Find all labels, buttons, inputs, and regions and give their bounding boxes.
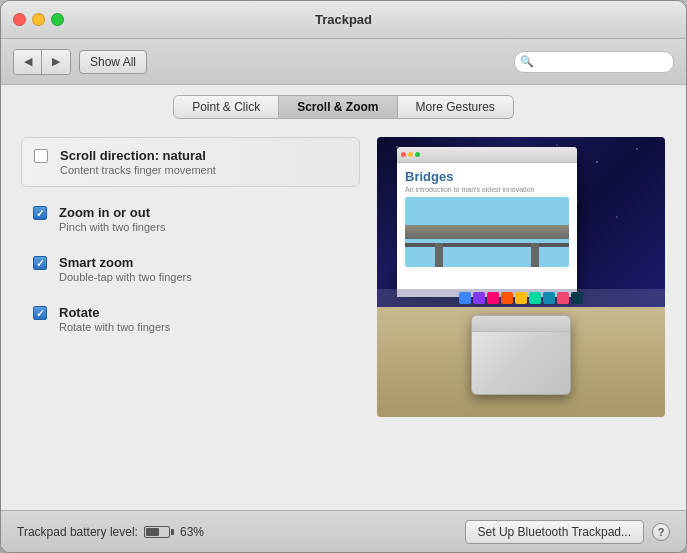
checkbox-rotate-box[interactable] bbox=[33, 306, 47, 320]
option-rotate-title: Rotate bbox=[59, 305, 170, 320]
search-input[interactable] bbox=[514, 51, 674, 73]
option-scroll-direction: Scroll direction: natural Content tracks… bbox=[21, 137, 360, 187]
preview-desktop: Bridges An introduction to man's oldest … bbox=[377, 137, 665, 307]
tab-more-gestures[interactable]: More Gestures bbox=[398, 95, 514, 119]
option-zoom-text: Zoom in or out Pinch with two fingers bbox=[59, 205, 165, 233]
option-scroll-direction-title: Scroll direction: natural bbox=[60, 148, 216, 163]
titlebar: Trackpad bbox=[1, 1, 686, 39]
search-icon: 🔍 bbox=[520, 55, 534, 68]
browser-max-dot bbox=[415, 152, 420, 157]
dock-icon-1 bbox=[459, 292, 471, 304]
dock-icon-8 bbox=[557, 292, 569, 304]
checkbox-zoom-box[interactable] bbox=[33, 206, 47, 220]
bridge-support-right bbox=[531, 243, 539, 267]
window-title: Trackpad bbox=[315, 12, 372, 27]
toolbar: ◀ ▶ Show All 🔍 bbox=[1, 39, 686, 85]
minimize-button[interactable] bbox=[32, 13, 45, 26]
option-rotate-desc: Rotate with two fingers bbox=[59, 321, 170, 333]
tab-scroll-zoom[interactable]: Scroll & Zoom bbox=[279, 95, 397, 119]
battery-body bbox=[144, 526, 170, 538]
checkbox-rotate-container[interactable] bbox=[33, 306, 49, 322]
battery-percent: 63% bbox=[180, 525, 204, 539]
dock-icon-2 bbox=[473, 292, 485, 304]
browser-content: Bridges An introduction to man's oldest … bbox=[397, 163, 577, 297]
checkbox-smart-zoom-box[interactable] bbox=[33, 256, 47, 270]
checkbox-scroll-direction-box[interactable] bbox=[34, 149, 48, 163]
window: Trackpad ◀ ▶ Show All 🔍 Point & Click Sc… bbox=[0, 0, 687, 553]
option-rotate: Rotate Rotate with two fingers bbox=[21, 295, 360, 343]
close-button[interactable] bbox=[13, 13, 26, 26]
options-panel: Scroll direction: natural Content tracks… bbox=[21, 137, 360, 500]
option-scroll-direction-desc: Content tracks finger movement bbox=[60, 164, 216, 176]
option-scroll-direction-text: Scroll direction: natural Content tracks… bbox=[60, 148, 216, 176]
dock-icon-7 bbox=[543, 292, 555, 304]
option-smart-zoom-title: Smart zoom bbox=[59, 255, 192, 270]
browser-page-title: Bridges bbox=[405, 169, 569, 184]
browser-page-subtitle: An introduction to man's oldest innovati… bbox=[405, 186, 569, 193]
checkbox-smart-zoom-container[interactable] bbox=[33, 256, 49, 272]
option-zoom-desc: Pinch with two fingers bbox=[59, 221, 165, 233]
preview-panel: Bridges An introduction to man's oldest … bbox=[376, 137, 666, 500]
preview-table bbox=[377, 307, 665, 417]
nav-buttons: ◀ ▶ bbox=[13, 49, 71, 75]
dock-icon-6 bbox=[529, 292, 541, 304]
main-content: Scroll direction: natural Content tracks… bbox=[1, 127, 686, 510]
back-button[interactable]: ◀ bbox=[14, 50, 42, 74]
preview-image: Bridges An introduction to man's oldest … bbox=[377, 137, 665, 417]
battery-fill bbox=[146, 528, 159, 536]
dock-icon-3 bbox=[487, 292, 499, 304]
browser-chrome bbox=[397, 147, 577, 163]
setup-bluetooth-button[interactable]: Set Up Bluetooth Trackpad... bbox=[465, 520, 644, 544]
option-rotate-text: Rotate Rotate with two fingers bbox=[59, 305, 170, 333]
search-box: 🔍 bbox=[514, 51, 674, 73]
traffic-lights bbox=[13, 13, 64, 26]
show-all-button[interactable]: Show All bbox=[79, 50, 147, 74]
bridge-support-left bbox=[435, 243, 443, 267]
browser-min-dot bbox=[408, 152, 413, 157]
trackpad-device-mockup bbox=[471, 315, 571, 395]
battery-tip bbox=[171, 529, 174, 535]
tab-bar: Point & Click Scroll & Zoom More Gesture… bbox=[1, 85, 686, 127]
option-smart-zoom-desc: Double-tap with two fingers bbox=[59, 271, 192, 283]
battery-label: Trackpad battery level: bbox=[17, 525, 138, 539]
help-button[interactable]: ? bbox=[652, 523, 670, 541]
battery-icon bbox=[144, 526, 174, 538]
dock bbox=[377, 289, 665, 307]
maximize-button[interactable] bbox=[51, 13, 64, 26]
option-zoom-title: Zoom in or out bbox=[59, 205, 165, 220]
trackpad-top-bar bbox=[472, 316, 570, 332]
battery-info: Trackpad battery level: 63% bbox=[17, 525, 204, 539]
forward-button[interactable]: ▶ bbox=[42, 50, 70, 74]
bridge-image bbox=[405, 197, 569, 267]
option-zoom: Zoom in or out Pinch with two fingers bbox=[21, 195, 360, 243]
option-smart-zoom-text: Smart zoom Double-tap with two fingers bbox=[59, 255, 192, 283]
status-bar: Trackpad battery level: 63% Set Up Bluet… bbox=[1, 510, 686, 552]
browser-mockup: Bridges An introduction to man's oldest … bbox=[397, 147, 577, 297]
dock-icon-4 bbox=[501, 292, 513, 304]
browser-close-dot bbox=[401, 152, 406, 157]
tab-point-click[interactable]: Point & Click bbox=[173, 95, 279, 119]
bridge-road bbox=[405, 243, 569, 247]
checkbox-zoom-container[interactable] bbox=[33, 206, 49, 222]
checkbox-scroll-direction[interactable] bbox=[34, 149, 50, 165]
dock-icon-9 bbox=[571, 292, 583, 304]
dock-icon-5 bbox=[515, 292, 527, 304]
option-smart-zoom: Smart zoom Double-tap with two fingers bbox=[21, 245, 360, 293]
